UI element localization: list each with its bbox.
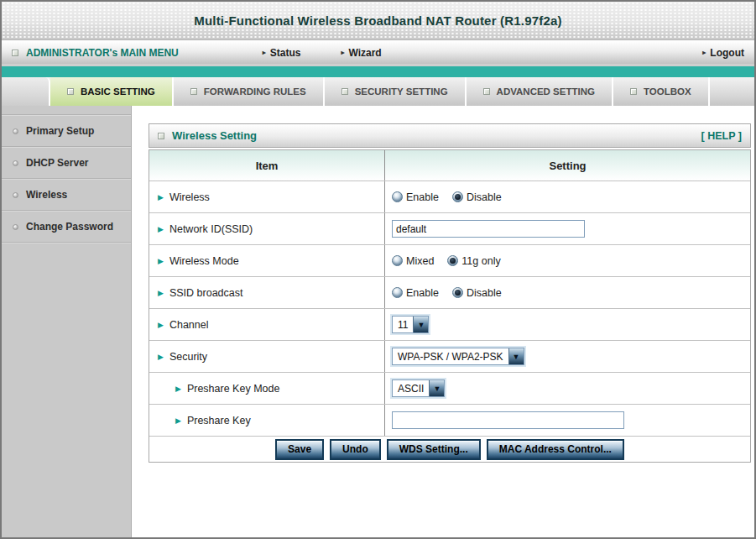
square-bullet-icon <box>158 133 164 139</box>
bullet-icon <box>13 192 18 198</box>
ssid-input[interactable] <box>392 220 585 238</box>
panel-header: Wireless Setting [ HELP ] <box>149 123 751 148</box>
bullet-icon <box>13 128 18 134</box>
radio-label: Enable <box>406 287 439 299</box>
row-setting-cell: Mixed 11g only <box>385 245 750 276</box>
tab-security-setting[interactable]: SECURITY SETTING <box>325 77 467 106</box>
triangle-right-icon: ▸ <box>263 49 266 56</box>
admin-main-menu-label: ADMINISTRATOR's MAIN MENU <box>26 47 179 59</box>
radio-label: Mixed <box>406 255 434 267</box>
channel-select-value: 11 <box>393 319 413 331</box>
table-row-security: ▶ Security WPA-PSK / WPA2-PSK ▼ <box>149 340 750 372</box>
row-setting-cell <box>385 213 750 244</box>
tab-label: TOOLBOX <box>644 86 691 97</box>
wds-setting-button[interactable]: WDS Setting... <box>387 439 481 460</box>
table-row-preshare-key: ▶ Preshare Key <box>149 404 750 436</box>
dropdown-arrow-icon: ▼ <box>429 380 444 396</box>
row-label-cell: ▶ Preshare Key Mode <box>149 373 385 404</box>
row-setting-cell: Enable Disable <box>385 277 750 308</box>
menu-item-wizard[interactable]: ▸ Wizard <box>341 47 381 59</box>
triangle-right-icon: ▶ <box>175 416 181 425</box>
sidebar-divider <box>2 242 131 243</box>
mac-address-control-button[interactable]: MAC Address Control... <box>487 439 624 460</box>
tab-advanced-setting[interactable]: ADVANCED SETTING <box>467 77 613 106</box>
sidebar: Primary Setup DHCP Server Wireless Chang… <box>2 106 132 537</box>
row-label-cell: ▶ Security <box>149 341 385 372</box>
help-link[interactable]: [ HELP ] <box>701 130 742 142</box>
sidebar-item-label: Wireless <box>26 189 67 201</box>
row-label-cell: ▶ Wireless Mode <box>149 245 385 276</box>
security-select-value: WPA-PSK / WPA2-PSK <box>393 351 508 363</box>
mode-mixed-radio[interactable] <box>392 255 403 266</box>
row-setting-cell: Enable Disable <box>385 181 750 212</box>
mode-11g-only-option: 11g only <box>447 255 500 267</box>
tab-basic-setting[interactable]: BASIC SETTING <box>50 77 174 106</box>
radio-label: Enable <box>406 191 439 203</box>
bullet-icon <box>13 224 18 230</box>
row-label-cell: ▶ SSID broadcast <box>149 277 385 308</box>
tab-label: FORWARDING RULES <box>204 86 306 97</box>
row-label-cell: ▶ Wireless <box>149 181 385 212</box>
sidebar-item-primary-setup[interactable]: Primary Setup <box>2 116 131 146</box>
table-row-wireless-mode: ▶ Wireless Mode Mixed 11g only <box>149 244 750 276</box>
tab-label: SECURITY SETTING <box>355 86 448 97</box>
panel-title: Wireless Setting <box>172 129 257 142</box>
sidebar-item-label: Change Password <box>26 221 113 233</box>
triangle-right-icon: ▶ <box>158 321 164 329</box>
row-label: Network ID(SSID) <box>169 223 253 235</box>
wireless-enable-option: Enable <box>392 191 439 203</box>
title-band: Multi-Functional Wireless Broadband NAT … <box>2 2 754 40</box>
teal-accent-band <box>2 65 754 77</box>
broadcast-disable-radio[interactable] <box>452 287 463 298</box>
menu-bar: ADMINISTRATOR's MAIN MENU ▸ Status ▸ Wiz… <box>2 40 754 65</box>
mode-11g-only-radio[interactable] <box>447 255 458 266</box>
row-label: Security <box>169 351 207 363</box>
square-bullet-icon <box>190 88 197 95</box>
wireless-disable-radio[interactable] <box>452 191 463 202</box>
tab-forwarding-rules[interactable]: FORWARDING RULES <box>174 77 325 106</box>
tab-label: ADVANCED SETTING <box>497 86 595 97</box>
square-bullet-icon <box>342 88 348 95</box>
dropdown-arrow-icon: ▼ <box>413 317 428 332</box>
wireless-enable-radio[interactable] <box>392 191 403 202</box>
row-label: Wireless <box>169 191 210 203</box>
column-header-setting: Setting <box>385 150 750 181</box>
row-label-cell: ▶ Channel <box>149 309 385 340</box>
preshare-key-mode-select[interactable]: ASCII ▼ <box>392 379 445 397</box>
square-bullet-icon <box>12 50 18 56</box>
button-row: Save Undo WDS Setting... MAC Address Con… <box>149 436 750 462</box>
tab-toolbox[interactable]: TOOLBOX <box>613 77 710 106</box>
triangle-right-icon: ▶ <box>158 225 164 233</box>
logout-label: Logout <box>710 47 744 59</box>
broadcast-enable-radio[interactable] <box>392 287 403 298</box>
security-select[interactable]: WPA-PSK / WPA2-PSK ▼ <box>392 348 524 365</box>
menu-item-logout[interactable]: ▸ Logout <box>702 47 744 59</box>
preshare-key-mode-select-value: ASCII <box>393 383 429 395</box>
settings-table: Item Setting ▶ Wireless Enable <box>149 149 751 463</box>
triangle-right-icon: ▶ <box>175 385 181 393</box>
table-row-preshare-key-mode: ▶ Preshare Key Mode ASCII ▼ <box>149 372 750 404</box>
save-button[interactable]: Save <box>275 439 324 460</box>
radio-label: 11g only <box>461 255 500 267</box>
sidebar-item-change-password[interactable]: Change Password <box>2 212 131 242</box>
undo-button[interactable]: Undo <box>330 439 381 460</box>
menu-item-status[interactable]: ▸ Status <box>263 47 301 59</box>
channel-select[interactable]: 11 ▼ <box>392 316 429 333</box>
triangle-right-icon: ▶ <box>158 193 164 201</box>
broadcast-enable-option: Enable <box>392 287 439 299</box>
sidebar-item-wireless[interactable]: Wireless <box>2 180 131 210</box>
broadcast-disable-option: Disable <box>452 287 502 299</box>
dropdown-arrow-icon: ▼ <box>508 348 524 364</box>
square-bullet-icon <box>67 88 74 95</box>
sidebar-item-dhcp-server[interactable]: DHCP Server <box>2 148 131 178</box>
status-label: Status <box>270 47 301 59</box>
radio-label: Disable <box>467 191 502 203</box>
mode-mixed-option: Mixed <box>392 255 434 267</box>
preshare-key-input[interactable] <box>392 411 624 429</box>
tab-bar-stub <box>2 77 50 106</box>
page-title: Multi-Functional Wireless Broadband NAT … <box>194 13 562 28</box>
square-bullet-icon <box>630 88 637 95</box>
radio-label: Disable <box>467 287 502 299</box>
bullet-icon <box>13 160 18 166</box>
table-row-ssid-broadcast: ▶ SSID broadcast Enable Disable <box>149 276 750 308</box>
